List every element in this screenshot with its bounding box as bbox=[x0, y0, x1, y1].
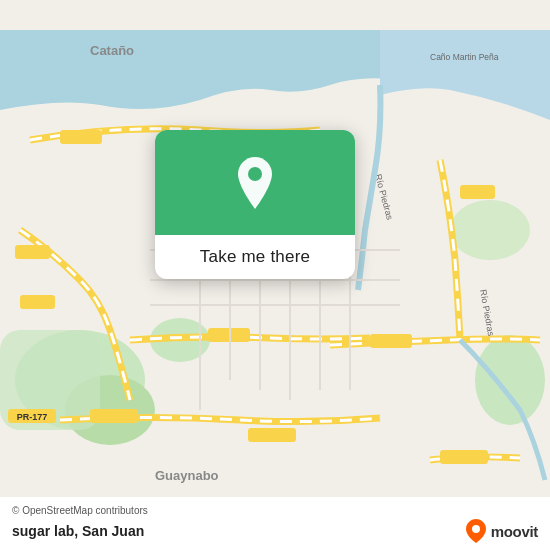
svg-rect-8 bbox=[15, 245, 50, 259]
location-pin-icon bbox=[232, 155, 278, 211]
moovit-brand-text: moovit bbox=[491, 523, 538, 540]
svg-rect-14 bbox=[248, 428, 296, 442]
svg-rect-7 bbox=[60, 130, 102, 144]
svg-rect-10 bbox=[460, 185, 495, 199]
svg-rect-15 bbox=[440, 450, 488, 464]
svg-point-5 bbox=[450, 200, 530, 260]
svg-text:Guaynabo: Guaynabo bbox=[155, 468, 219, 483]
svg-point-33 bbox=[472, 525, 480, 533]
svg-rect-9 bbox=[20, 295, 55, 309]
map-container: Río Piedras Río Piedras Caño Martin Peña… bbox=[0, 0, 550, 550]
svg-point-32 bbox=[248, 167, 262, 181]
svg-text:Cataño: Cataño bbox=[90, 43, 134, 58]
moovit-pin-icon bbox=[465, 518, 487, 544]
take-me-card[interactable]: Take me there bbox=[155, 130, 355, 279]
svg-rect-13 bbox=[90, 409, 138, 423]
card-top bbox=[155, 130, 355, 235]
location-name: sugar lab, San Juan bbox=[12, 523, 144, 539]
svg-text:PR-177: PR-177 bbox=[17, 412, 48, 422]
osm-attribution: © OpenStreetMap contributors bbox=[12, 505, 538, 516]
location-title: sugar lab, San Juan moovit bbox=[12, 518, 538, 544]
svg-point-6 bbox=[475, 335, 545, 425]
svg-text:Caño Martin Peña: Caño Martin Peña bbox=[430, 52, 499, 62]
bottom-bar: © OpenStreetMap contributors sugar lab, … bbox=[0, 497, 550, 550]
moovit-logo: moovit bbox=[465, 518, 538, 544]
svg-rect-12 bbox=[370, 334, 412, 348]
card-bottom[interactable]: Take me there bbox=[155, 235, 355, 279]
take-me-button[interactable]: Take me there bbox=[200, 247, 310, 266]
